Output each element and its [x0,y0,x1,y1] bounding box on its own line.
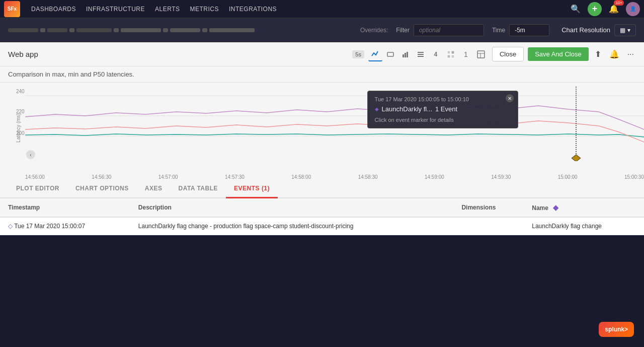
chart-resolution-label: Chart Resolution [561,26,610,34]
x-tick-8: 15:00:00 [558,174,578,180]
x-tick-0: 14:56:00 [25,174,45,180]
x-tick-7: 14:59:30 [491,174,511,180]
top-navigation: SFx DASHBOARDS INFRASTRUCTURE ALERTS MET… [0,0,644,18]
tooltip-close-button[interactable]: ✕ [506,94,514,102]
close-button[interactable]: Close [492,47,524,61]
breadcrumb-item [47,28,67,32]
bar-chart-icon [401,50,410,58]
table-button[interactable] [474,47,488,61]
x-tick-2: 14:57:00 [158,174,178,180]
tooltip-event-name: LaunchDarkly fl... [382,105,432,113]
tooltip-time: Tue 17 Mar 2020 15:00:05 to 15:00:10 [375,96,511,102]
diamond-icon: ◆ [375,106,379,112]
chevron-down-icon: ▾ [627,27,630,34]
previous-arrow[interactable]: ‹ [26,150,35,159]
name-label: Name [532,204,548,212]
refresh-badge: 5s [352,50,364,58]
bell-icon[interactable]: 🔔 [607,47,621,61]
row-description: LaunchDarkly flag change - production fl… [130,217,454,235]
col-header-dimensions: Dimensions [453,198,524,217]
breadcrumb-sep [202,28,207,32]
svg-rect-0 [387,52,393,56]
bar-chart-button[interactable] [398,47,413,61]
row-diamond-icon: ◇ [8,223,14,230]
tab-axes[interactable]: AXES [137,180,171,198]
tooltip-event-count: 1 Event [435,105,457,113]
overrides-label: Overrides: [360,27,388,34]
sfx-logo: SFx [4,1,20,17]
svg-rect-10 [451,55,454,58]
add-button[interactable]: + [588,2,602,16]
events-table: Timestamp Description Dimensions Name ◆ … [0,198,644,235]
notification-icon[interactable]: 🔔 [607,2,621,16]
tab-chart-options[interactable]: CHART OPTIONS [67,180,137,198]
list-chart-button[interactable] [414,47,428,61]
chart-description: Comparison in max, min and P50 latencies… [0,66,644,83]
number-button[interactable]: 4 [429,47,443,61]
x-tick-4: 14:58:00 [291,174,311,180]
line-chart-button[interactable] [368,47,382,61]
x-tick-3: 14:57:30 [225,174,245,180]
time-label: Time [492,27,505,34]
y-axis-label: Latency (ms) [16,113,21,143]
table-row: ◇ Tue 17 Mar 2020 15:00:07 LaunchDarkly … [0,217,644,235]
nav-infrastructure[interactable]: INFRASTRUCTURE [81,0,150,18]
svg-rect-2 [405,53,406,57]
area-chart-button[interactable] [383,47,397,61]
svg-rect-6 [418,56,424,57]
chart-resolution-button[interactable]: ▦ ▾ [614,24,636,36]
tooltip-click-text: Click on event marker for details [375,117,511,123]
sparkline-button[interactable]: 1 [459,47,473,61]
row-dimensions [453,217,524,235]
events-table-container: Timestamp Description Dimensions Name ◆ … [0,198,644,235]
chart-area: Latency (ms) 240 220 200 ✕ Tue 17 Mar 20… [0,83,644,173]
filter-input[interactable] [414,24,484,36]
svg-rect-8 [451,51,454,54]
chart-header: Web app 5s 4 [0,42,644,66]
breadcrumb-item [76,28,112,32]
svg-rect-4 [418,52,424,53]
svg-rect-7 [447,51,450,54]
share-icon[interactable]: ⬆ [593,47,603,61]
number-icon: 4 [434,51,438,58]
tab-events[interactable]: EVENTS (1) [226,180,278,198]
search-icon[interactable]: 🔍 [569,2,583,16]
col-header-timestamp: Timestamp [0,198,130,217]
chart-toolbar: 4 1 [368,47,488,61]
nav-integrations[interactable]: INTEGRATIONS [224,0,282,18]
col-header-description: Description [130,198,454,217]
line-chart-icon [371,50,379,58]
x-tick-1: 14:56:30 [92,174,111,180]
save-and-close-button[interactable]: Save And Close [528,47,589,61]
x-tick-5: 14:58:30 [358,174,378,180]
nav-dashboards[interactable]: DASHBOARDS [26,0,81,18]
nav-alerts[interactable]: ALERTS [150,0,185,18]
row-name: LaunchDarkly flag change [524,217,644,235]
svg-rect-9 [447,55,450,58]
y-tick-200: 200 [16,130,25,136]
x-tick-6: 14:59:00 [425,174,444,180]
sparkline-icon: 1 [464,50,468,58]
chart-svg [25,87,644,161]
time-input[interactable] [509,24,549,36]
heatmap-button[interactable] [444,47,458,61]
breadcrumb-sep [114,28,119,32]
y-tick-220: 220 [16,109,25,114]
nav-metrics[interactable]: METRICS [185,0,224,18]
tooltip-event: ◆ LaunchDarkly fl... 1 Event [375,105,511,113]
svg-rect-11 [477,51,485,58]
svg-rect-1 [403,54,404,57]
breadcrumb-item [121,28,161,32]
filter-label: Filter [396,27,410,34]
more-options-icon[interactable]: ··· [625,48,636,61]
filter-icon[interactable]: ◆ [553,203,558,212]
heatmap-icon [447,50,455,58]
svg-rect-5 [418,54,424,55]
breadcrumb-sep [69,28,74,32]
override-bar: Overrides: Filter Time Chart Resolution … [0,18,644,42]
tab-data-table[interactable]: DATA TABLE [170,180,226,198]
tab-plot-editor[interactable]: PLOT EDITOR [8,180,67,198]
avatar[interactable]: 👤 [626,2,640,16]
list-chart-icon [417,50,425,58]
table-icon [477,50,485,58]
